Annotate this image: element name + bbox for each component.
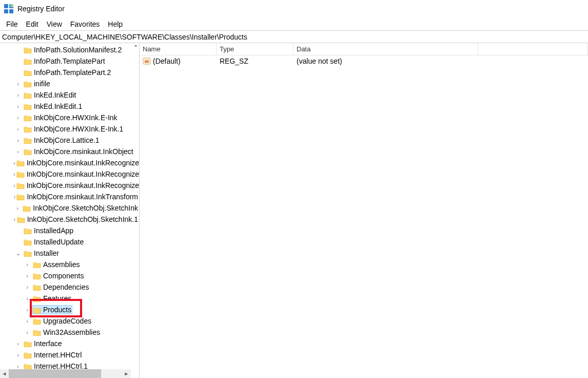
- tree-item-label: InstalledUpdate: [34, 238, 84, 246]
- tree-item-label: inifile: [34, 80, 50, 88]
- chevron-down-icon[interactable]: ⌄: [13, 251, 23, 256]
- tree-item-label: InfoPath.SolutionManifest.2: [34, 46, 122, 54]
- menu-view[interactable]: View: [43, 19, 66, 29]
- chevron-right-icon[interactable]: ›: [13, 364, 23, 369]
- tree-item[interactable]: ›Internet.HHCtrl: [1, 349, 139, 361]
- tree-item[interactable]: ⌄Installer: [1, 248, 139, 259]
- chevron-right-icon[interactable]: ›: [13, 81, 23, 87]
- menu-edit[interactable]: Edit: [22, 19, 43, 29]
- tree-item[interactable]: ›InkObjCore.HWXInk.E-Ink: [1, 112, 139, 123]
- tree-item[interactable]: ›UpgradeCodes: [1, 315, 139, 327]
- tree-item[interactable]: ›inifile: [1, 78, 139, 89]
- folder-icon: [33, 261, 41, 268]
- chevron-right-icon[interactable]: ›: [23, 262, 32, 268]
- chevron-right-icon[interactable]: ›: [23, 285, 32, 290]
- tree-item[interactable]: ›Win32Assemblies: [1, 327, 139, 338]
- folder-icon: [24, 137, 32, 144]
- tree-item[interactable]: ›InstalledApp: [1, 225, 139, 236]
- column-data[interactable]: Data: [293, 43, 478, 55]
- tree-item[interactable]: ›InkObjCore.SketchObj.SketchInk: [1, 202, 139, 214]
- tree-item[interactable]: ›InstalledUpdate: [1, 236, 139, 248]
- tree-item[interactable]: ›InfoPath.TemplatePart.2: [1, 67, 139, 78]
- tree-item[interactable]: ›InfoPath.SolutionManifest.2: [1, 44, 139, 55]
- tree-item[interactable]: ›Products: [1, 304, 139, 315]
- tree-item-label: Interface: [34, 339, 62, 348]
- string-value-icon: [143, 57, 151, 65]
- folder-icon: [33, 284, 41, 291]
- column-type[interactable]: Type: [217, 43, 293, 55]
- tree-item[interactable]: ›Features: [1, 293, 139, 304]
- tree-item-label: InkEd.InkEdit.1: [34, 102, 82, 110]
- folder-icon: [24, 114, 32, 121]
- folder-icon: [24, 80, 32, 87]
- folder-icon: [33, 272, 41, 279]
- folder-icon: [24, 46, 32, 53]
- chevron-right-icon[interactable]: ›: [13, 205, 22, 211]
- menu-favorites[interactable]: Favorites: [66, 19, 104, 29]
- chevron-right-icon[interactable]: ›: [13, 126, 23, 132]
- tree-item-label: UpgradeCodes: [43, 317, 91, 325]
- folder-icon: [16, 159, 25, 166]
- tree-item-label: Features: [43, 294, 71, 303]
- value-type: REG_SZ: [217, 57, 293, 65]
- address-bar[interactable]: Computer\HKEY_LOCAL_MACHINE\SOFTWARE\Cla…: [0, 31, 588, 43]
- menu-help[interactable]: Help: [104, 19, 127, 29]
- tree-item-label: Components: [43, 272, 84, 280]
- horizontal-scrollbar[interactable]: ◄ ►: [0, 369, 131, 378]
- folder-icon: [16, 193, 25, 200]
- column-name[interactable]: Name: [140, 43, 217, 55]
- folder-icon: [24, 250, 32, 257]
- list-header: Name Type Data: [140, 43, 588, 55]
- tree-item[interactable]: ›InkObjCore.msinkaut.InkRecognizerGuide: [1, 180, 139, 191]
- tree-item[interactable]: ›InfoPath.TemplatePart: [1, 55, 139, 67]
- chevron-right-icon[interactable]: ›: [13, 352, 23, 358]
- chevron-right-icon[interactable]: ›: [23, 273, 32, 279]
- chevron-right-icon[interactable]: ›: [13, 138, 23, 143]
- chevron-right-icon[interactable]: ›: [13, 115, 23, 121]
- chevron-right-icon[interactable]: ›: [23, 296, 32, 301]
- folder-icon: [24, 58, 32, 65]
- chevron-right-icon[interactable]: ›: [13, 104, 23, 109]
- tree-item[interactable]: ›InkEd.InkEdit: [1, 89, 139, 101]
- tree-item-label: InfoPath.TemplatePart: [34, 57, 105, 65]
- address-text: Computer\HKEY_LOCAL_MACHINE\SOFTWARE\Cla…: [2, 33, 247, 41]
- tree-item-label: Installer: [34, 249, 59, 257]
- folder-icon: [33, 317, 41, 325]
- value-name: (Default): [153, 57, 181, 65]
- chevron-right-icon[interactable]: ›: [13, 92, 23, 98]
- tree-item[interactable]: ›Components: [1, 270, 139, 281]
- tree-item[interactable]: ›InkObjCore.Lattice.1: [1, 135, 139, 146]
- tree-item[interactable]: ›InkObjCore.msinkaut.InkTransform: [1, 191, 139, 202]
- folder-icon: [24, 125, 32, 133]
- chevron-right-icon[interactable]: ›: [13, 149, 23, 155]
- scroll-right-arrow[interactable]: ►: [122, 369, 131, 378]
- tree-item[interactable]: ›Interface: [1, 338, 139, 349]
- app-icon: [4, 4, 13, 13]
- tree-item-label: InkObjCore.msinkaut.InkRecognizerContext: [27, 170, 140, 178]
- chevron-right-icon[interactable]: ›: [23, 318, 32, 324]
- scroll-thumb[interactable]: [9, 369, 101, 378]
- tree-item[interactable]: ›InkObjCore.msinkaut.InkRecognizerContex…: [1, 168, 139, 180]
- chevron-right-icon[interactable]: ›: [23, 307, 32, 313]
- tree-item-label: Dependencies: [43, 283, 89, 291]
- tree-item[interactable]: ›InkObjCore.msinkaut.InkObject: [1, 146, 139, 157]
- tree-item-label: InkObjCore.Lattice.1: [34, 136, 100, 144]
- tree-item[interactable]: ›InkObjCore.HWXInk.E-Ink.1: [1, 123, 139, 135]
- folder-icon: [17, 216, 25, 223]
- menu-file[interactable]: File: [2, 19, 22, 29]
- tree-item[interactable]: ›InkObjCore.msinkaut.InkRecognizer: [1, 157, 139, 168]
- title-bar: Registry Editor: [0, 0, 588, 17]
- tree-item[interactable]: ›Assemblies: [1, 259, 139, 270]
- tree-item-label: Internet.HHCtrl: [34, 351, 82, 359]
- tree-item[interactable]: ›InkObjCore.SketchObj.SketchInk.1: [1, 214, 139, 225]
- chevron-right-icon[interactable]: ›: [13, 341, 23, 347]
- tree-item-label: Win32Assemblies: [43, 328, 100, 336]
- chevron-right-icon[interactable]: ›: [23, 330, 32, 335]
- list-row[interactable]: (Default)REG_SZ(value not set): [140, 55, 588, 67]
- tree-panel[interactable]: ⌃ ›InfoPath.SolutionManifest.2›InfoPath.…: [0, 43, 140, 378]
- scroll-left-arrow[interactable]: ◄: [0, 369, 9, 378]
- tree-item[interactable]: ›InkEd.InkEdit.1: [1, 101, 139, 112]
- column-spacer: [478, 43, 588, 55]
- tree-item[interactable]: ›Dependencies: [1, 281, 139, 293]
- folder-icon: [24, 69, 32, 76]
